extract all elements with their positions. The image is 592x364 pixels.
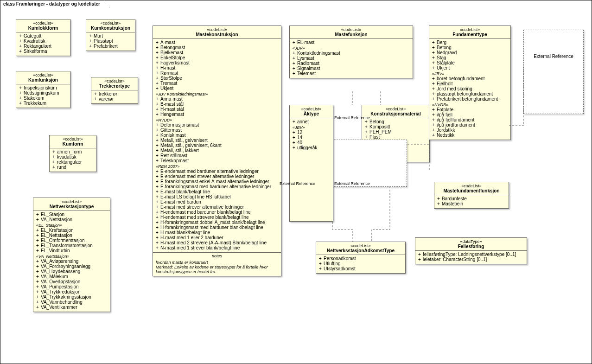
attribute-item: +Jordstikk [432, 128, 508, 133]
attribute-item: +VA_Nettstasjon [36, 217, 107, 222]
attribute-item: +Rektangulært [19, 44, 67, 49]
extref-label-top: External Reference [334, 115, 370, 120]
attribute-item: +kvadatisk [52, 154, 93, 160]
attribute-item: +Gategutt [19, 33, 67, 38]
sect-fundamenttype: +Berg+Betong+Nedgravd+Stag+Stålplate+Ukj… [429, 39, 510, 140]
attribute-item: +i/på jordfundament [432, 122, 508, 128]
attribute-item: +annet [293, 119, 330, 124]
section-label: «JBV» [293, 125, 330, 130]
codelist-mastefunksjon: «codeList»Mastefunksjon +EL-mast«JBV»+Ko… [289, 26, 413, 78]
attribute-item: +E-endemast med barduner alternative led… [156, 169, 278, 174]
attribute-item: +E-forankringsmast med barduner alternat… [156, 184, 278, 189]
sect-nettverkstasjontype: +EL_Stasjon+VA_Nettstasjon«EL_Stasjon»+E… [33, 211, 110, 312]
attribute-item: +PEH_PEM [365, 129, 426, 134]
attribute-item: +Radiomast [293, 61, 410, 66]
attrs-kumfunksjon: +Inspeksjonskum+Nedstigningskum+Stakekum… [16, 84, 70, 108]
attribute-item: +varerør [94, 96, 135, 102]
attribute-item: +Stålplate [432, 60, 508, 65]
attribute-item: +Gittermast [156, 128, 278, 133]
attribute-item: +VA_Fordrøyningsanlegg [36, 264, 107, 269]
attribute-item: +VA_Pumpestasjon [36, 284, 107, 289]
section-label: «VA_Nettstasjon» [36, 254, 107, 259]
codelist-fundamenttype: «codeList»Fundamenttype +Berg+Betong+Ned… [429, 26, 511, 140]
attribute-item: +leietaker: CharacterString [0..1] [418, 257, 524, 262]
notes-mastekonstruksjon: hvordan masta er konstruertMerknad: Enke… [153, 259, 281, 276]
attrs-kumform: +annen_form+kvadatisk+rektangulær+rund [50, 148, 96, 172]
attribute-item: +Signalmast [293, 66, 410, 71]
attribute-item: +VA_Ventilkammer [36, 305, 107, 310]
attribute-item: +Nedstikk [432, 133, 508, 138]
attribute-item: +Konisk mast [156, 133, 278, 138]
attrs-nettverksstasjonadkomsttype: +Personadkomst+Utlufting+Utstyrsadkomst [316, 255, 405, 273]
attrs-fellesforing: +fellesføringType: Ledningsnettverkstype… [415, 251, 527, 264]
attribute-item: +rund [52, 165, 93, 170]
attribute-item: +Betongmast [156, 45, 278, 50]
attribute-item: +Kompositt [365, 124, 426, 129]
attribute-item: +Rett stålmast [156, 153, 278, 158]
attribute-item: +Betong [432, 45, 508, 50]
attribute-item: +Ukjent [156, 86, 278, 91]
attribute-item: +E-mast blank/belagt line [156, 189, 278, 194]
codelist-kumkonstruksjon: «codeList»Kumkonstruksjon +Murt+Plasstøp… [86, 19, 135, 51]
attribute-item: +Sirkelforma [19, 49, 67, 54]
codelist-kumform: «codeList»Kumform +annen_form+kvadatisk+… [49, 135, 96, 172]
attribute-item: +Plast [365, 134, 426, 140]
attribute-item: +40 [293, 140, 330, 145]
attribute-item: +EnkelStolpe [156, 55, 278, 60]
attribute-item: +H-mast stål [156, 107, 278, 112]
section-label: «JBV» [293, 46, 410, 51]
attribute-item: +utliggeråk [293, 145, 330, 150]
attribute-item: +Mastebein [437, 201, 506, 206]
attrs-mastefundamentfunksjon: +Bardunfeste+Mastebein [434, 195, 509, 208]
attribute-item: +VA_Målekum [36, 274, 107, 279]
attribute-item: +Trekkekum [19, 101, 67, 106]
external-reference-box-2 [330, 140, 407, 187]
attribute-item: +Stag [432, 55, 508, 60]
codelist-trekkerortype: «codeList»Trekkerørtype +trekkerør+varer… [91, 77, 138, 104]
attribute-item: +H-forankringsmast med barduner blank/be… [156, 225, 278, 230]
attrs-kumlokkform: +Gategutt+Kvadratisk+Rektangulært+Sirkel… [16, 32, 70, 56]
codelist-aktype: «codeList»Åktype +annet«JBV»+12+14+40+ut… [289, 105, 333, 222]
codelist-mastefundamentfunksjon: «codeList»Mastefundamentfunksjon +Bardun… [434, 182, 509, 209]
attribute-item: +Bardunfeste [437, 196, 506, 201]
attribute-item: +EL-mast [293, 40, 410, 45]
attribute-item: +Lysmast [293, 56, 410, 61]
attribute-item: +VA_Vannbehandling [36, 300, 107, 305]
attribute-item: +Telemast [293, 71, 410, 76]
sect-mastekonstruksjon: +A-mast+Betongmast+Bjelkemast+EnkelStolp… [153, 39, 281, 252]
attribute-item: +H-endemast med barduner blank/belagt li… [156, 210, 278, 215]
section-label: «NVDB» [156, 118, 278, 122]
attribute-item: +E-mast med bardun [156, 199, 278, 204]
attribute-item: +Fjellbolt [432, 81, 508, 86]
attribute-item: +A-mast [156, 40, 278, 45]
attribute-item: +Ukjent [432, 65, 508, 70]
attribute-item: +Murt [89, 33, 132, 38]
attribute-item: +VA_Overløpstasjon [36, 279, 107, 284]
attribute-item: +Rørmast [156, 70, 278, 76]
attrs-trekkerortype: +trekkerør+varerør [91, 90, 138, 103]
codelist-kumfunksjon: «codeList»Kumfunksjon +Inspeksjonskum+Ne… [16, 71, 70, 108]
attribute-item: +H-mast blank/belagt line [156, 230, 278, 235]
attribute-item: +Kvadratisk [19, 38, 67, 44]
attribute-item: +Betong [365, 119, 426, 124]
attribute-item: +rektangulær [52, 160, 93, 165]
sect-mastefunksjon: +EL-mast«JBV»+Kontaktledningsmast+Lysmas… [290, 39, 413, 78]
section-label: «JBV Kontaktledningsmast» [156, 92, 278, 96]
attribute-item: +Teleskopmast [156, 158, 278, 163]
attribute-item: +H-mast med 2 strevere (A-A-mast) Blank/… [156, 240, 278, 245]
attribute-item: +VA_Høydebasseng [36, 269, 107, 274]
attribute-item: +i/på fjellfundament [432, 117, 508, 122]
attribute-item: +H-endemast med strevere blank/belagt li… [156, 215, 278, 220]
attribute-item: +Prefabrikert [89, 44, 132, 49]
attribute-item: +Tremast [156, 81, 278, 86]
attribute-item: +H-mast med 1 eller 2 barduner [156, 235, 278, 240]
attribute-item: +annen_form [52, 149, 93, 154]
attribute-item: +trekkerør [94, 91, 135, 96]
attribute-item: +VA_Trykkreduksjon [36, 289, 107, 294]
attribute-item: +Fotplate [432, 107, 508, 112]
attribute-item: +i/på fjell [432, 112, 508, 117]
attribute-item: +Metall, stål, lakkert [156, 148, 278, 153]
attribute-item: +Fagverksmast [156, 60, 278, 65]
attribute-item: +Inspeksjonskum [19, 85, 67, 90]
attribute-item: +Plasstøpt [89, 38, 132, 44]
